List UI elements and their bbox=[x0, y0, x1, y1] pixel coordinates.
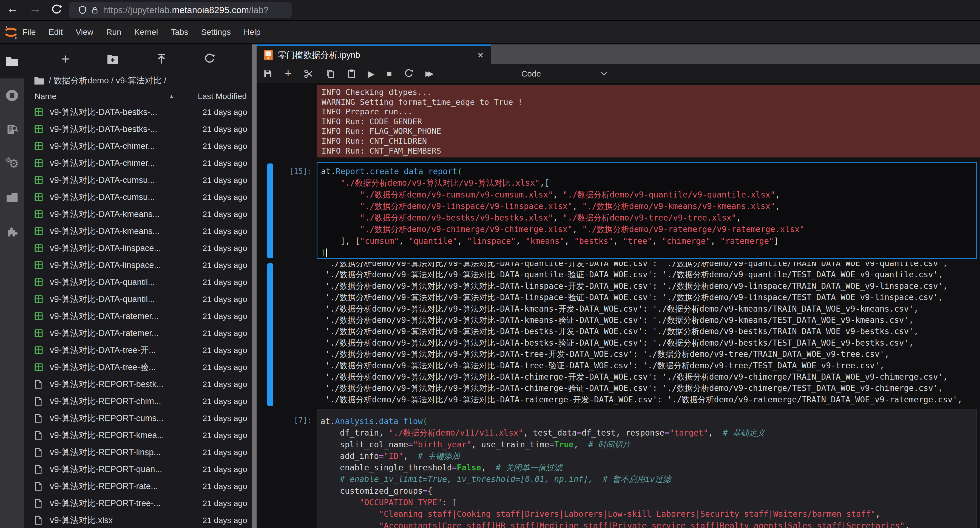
restart-kernel-icon[interactable] bbox=[404, 69, 414, 78]
sidebar-item-property-inspector[interactable]: ⚙⚙ bbox=[0, 147, 24, 180]
file-name: v9-算法对比-REPORT-tree-... bbox=[50, 498, 200, 509]
cell-type-select[interactable]: Code bbox=[522, 69, 541, 78]
new-launcher-icon[interactable]: + bbox=[61, 51, 70, 67]
file-modified: 21 days ago bbox=[202, 329, 247, 338]
execution-count-prompt: [15]: bbox=[265, 167, 312, 175]
sort-ascending-icon[interactable]: ▲ bbox=[169, 93, 174, 100]
panel-resize-handle[interactable] bbox=[252, 45, 256, 528]
column-header-modified[interactable]: Last Modified bbox=[198, 92, 247, 101]
code-cell-input-active[interactable]: at.Report.create_data_report( "./数据分析dem… bbox=[317, 163, 977, 259]
table-row[interactable]: v9-算法对比-DATA-tree-验...21 days ago bbox=[24, 359, 252, 376]
menu-view[interactable]: View bbox=[76, 27, 93, 37]
table-row[interactable]: v9-算法对比-REPORT-rate...21 days ago bbox=[24, 478, 252, 495]
spreadsheet-icon bbox=[34, 124, 44, 134]
sidebar-item-extensions[interactable] bbox=[0, 214, 24, 249]
back-icon[interactable]: ← bbox=[5, 2, 20, 15]
paste-icon[interactable] bbox=[347, 69, 356, 79]
document-search-icon bbox=[6, 123, 18, 136]
spreadsheet-icon bbox=[34, 278, 44, 287]
upload-icon[interactable] bbox=[156, 53, 167, 65]
file-name: v9-算法对比-REPORT-cums... bbox=[50, 413, 200, 424]
table-row[interactable]: v9-算法对比.xlsx21 days ago bbox=[24, 512, 252, 528]
file-modified: 21 days ago bbox=[202, 209, 247, 219]
save-icon[interactable] bbox=[263, 69, 272, 78]
menu-settings[interactable]: Settings bbox=[201, 27, 231, 37]
cell-output-collapser[interactable] bbox=[267, 263, 273, 406]
refresh-icon[interactable] bbox=[204, 54, 215, 64]
table-row[interactable]: v9-算法对比-DATA-linspace...21 days ago bbox=[24, 240, 252, 257]
restart-run-all-icon[interactable]: ▶▶ bbox=[425, 69, 431, 78]
table-row[interactable]: v9-算法对比-REPORT-bestk...21 days ago bbox=[24, 376, 252, 393]
file-icon bbox=[34, 414, 44, 423]
chevron-down-icon[interactable] bbox=[601, 71, 608, 77]
table-row[interactable]: v9-算法对比-REPORT-kmea...21 days ago bbox=[24, 427, 252, 444]
file-modified: 21 days ago bbox=[202, 346, 247, 355]
spreadsheet-icon bbox=[34, 193, 44, 202]
spreadsheet-icon bbox=[34, 158, 44, 168]
spreadsheet-icon bbox=[34, 363, 44, 372]
activity-bar: ⚙⚙ bbox=[0, 45, 24, 528]
spreadsheet-icon bbox=[34, 227, 44, 236]
spreadsheet-icon bbox=[34, 329, 44, 338]
cell-output-stderr: INFO Checking dtypes...WARNING Setting f… bbox=[317, 85, 980, 158]
table-row[interactable]: v9-算法对比-DATA-cumsu...21 days ago bbox=[24, 172, 252, 189]
file-modified: 21 days ago bbox=[202, 158, 247, 168]
add-cell-icon[interactable]: + bbox=[285, 66, 292, 80]
file-name: v9-算法对比-DATA-ratemer... bbox=[50, 311, 200, 322]
table-row[interactable]: v9-算法对比-REPORT-chim...21 days ago bbox=[24, 393, 252, 410]
table-row[interactable]: v9-算法对比-DATA-linspace...21 days ago bbox=[24, 257, 252, 274]
table-row[interactable]: v9-算法对比-DATA-kmeans...21 days ago bbox=[24, 223, 252, 240]
file-modified: 21 days ago bbox=[202, 380, 247, 389]
table-row[interactable]: v9-算法对比-REPORT-linsp...21 days ago bbox=[24, 444, 252, 461]
table-row[interactable]: v9-算法对比-DATA-bestks-...21 days ago bbox=[24, 121, 252, 138]
table-row[interactable]: v9-算法对比-REPORT-cums...21 days ago bbox=[24, 410, 252, 427]
cut-icon[interactable] bbox=[304, 69, 313, 79]
sidebar-item-running-kernels[interactable] bbox=[0, 78, 24, 112]
menu-run[interactable]: Run bbox=[107, 27, 121, 37]
menu-kernel[interactable]: Kernel bbox=[134, 27, 158, 37]
menu-items: FileEditViewRunKernelTabsSettingsHelp bbox=[22, 27, 274, 37]
table-row[interactable]: v9-算法对比-DATA-quantil...21 days ago bbox=[24, 291, 252, 308]
table-row[interactable]: v9-算法对比-DATA-chimer...21 days ago bbox=[24, 155, 252, 172]
file-icon bbox=[34, 516, 44, 525]
new-folder-icon[interactable] bbox=[107, 54, 119, 64]
stop-icon[interactable]: ■ bbox=[387, 69, 392, 79]
file-modified: 21 days ago bbox=[202, 227, 247, 236]
menu-edit[interactable]: Edit bbox=[49, 27, 63, 37]
close-icon[interactable]: × bbox=[477, 49, 484, 61]
sidebar-item-file-browser[interactable] bbox=[0, 45, 24, 78]
file-modified: 21 days ago bbox=[202, 278, 247, 287]
table-row[interactable]: v9-算法对比-DATA-kmeans...21 days ago bbox=[24, 206, 252, 223]
copy-icon[interactable] bbox=[326, 69, 335, 79]
notebook-panel: 零门槛数据分析.ipynb × + ▶ ■ ▶▶ Code bbox=[256, 45, 980, 528]
file-name: v9-算法对比-DATA-tree-开... bbox=[50, 345, 200, 356]
menu-tabs[interactable]: Tabs bbox=[171, 27, 188, 37]
notebook-scroll-area[interactable]: INFO Checking dtypes...WARNING Setting f… bbox=[256, 83, 980, 528]
table-row[interactable]: v9-算法对比-DATA-bestks-...21 days ago bbox=[24, 104, 252, 121]
table-row[interactable]: v9-算法对比-DATA-cumsu...21 days ago bbox=[24, 189, 252, 206]
run-icon[interactable]: ▶ bbox=[368, 69, 375, 79]
reload-icon[interactable] bbox=[51, 5, 66, 15]
table-row[interactable]: v9-算法对比-DATA-ratemer...21 days ago bbox=[24, 325, 252, 342]
table-row[interactable]: v9-算法对比-REPORT-tree-...21 days ago bbox=[24, 495, 252, 512]
table-row[interactable]: v9-算法对比-DATA-ratemer...21 days ago bbox=[24, 308, 252, 325]
table-row[interactable]: v9-算法对比-REPORT-quan...21 days ago bbox=[24, 461, 252, 478]
table-row[interactable]: v9-算法对比-DATA-tree-开...21 days ago bbox=[24, 342, 252, 359]
table-row[interactable]: v9-算法对比-DATA-chimer...21 days ago bbox=[24, 138, 252, 155]
sidebar-item-open-tabs[interactable] bbox=[0, 180, 24, 214]
code-cell-input[interactable]: at.Analysis.data_flow( df_train, "./数据分析… bbox=[317, 409, 977, 528]
menu-file[interactable]: File bbox=[22, 27, 36, 37]
breadcrumb[interactable]: / 数据分析demo / v9-算法对比 / bbox=[24, 72, 252, 89]
table-row[interactable]: v9-算法对比-DATA-quantil...21 days ago bbox=[24, 274, 252, 291]
breadcrumb-path: / 数据分析demo / v9-算法对比 / bbox=[49, 75, 166, 86]
address-bar[interactable]: https://jupyterlab.metanoia8295.com/lab? bbox=[69, 2, 292, 18]
forward-icon[interactable]: → bbox=[27, 2, 43, 15]
shield-icon[interactable] bbox=[78, 5, 87, 15]
file-name: v9-算法对比-REPORT-bestk... bbox=[50, 378, 200, 390]
column-header-name[interactable]: Name bbox=[35, 92, 56, 101]
menu-help[interactable]: Help bbox=[244, 27, 261, 37]
sidebar-item-commands[interactable] bbox=[0, 112, 24, 147]
tab-notebook[interactable]: 零门槛数据分析.ipynb × bbox=[256, 45, 491, 64]
file-icon bbox=[34, 482, 44, 491]
cell-input-collapser[interactable] bbox=[267, 163, 273, 258]
